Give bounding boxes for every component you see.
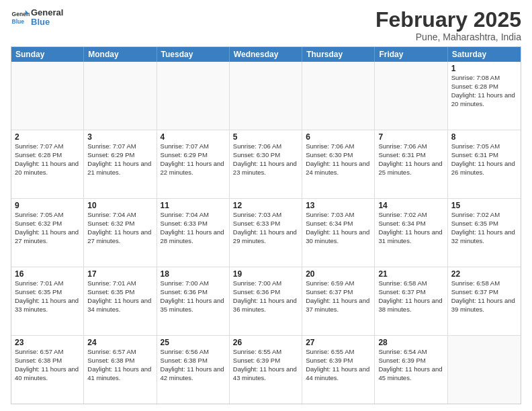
calendar-cell: 6Sunrise: 7:06 AM Sunset: 6:30 PM Daylig… <box>302 130 375 198</box>
day-number: 20 <box>306 269 371 279</box>
calendar-header-sunday: Sunday <box>11 47 84 62</box>
day-number: 5 <box>233 132 298 142</box>
calendar-cell: 9Sunrise: 7:05 AM Sunset: 6:32 PM Daylig… <box>11 199 84 267</box>
day-info: Sunrise: 7:04 AM Sunset: 6:32 PM Dayligh… <box>87 211 152 245</box>
calendar-week-3: 16Sunrise: 7:01 AM Sunset: 6:35 PM Dayli… <box>11 267 521 336</box>
calendar-cell <box>230 62 302 130</box>
calendar-week-1: 2Sunrise: 7:07 AM Sunset: 6:28 PM Daylig… <box>11 130 521 199</box>
calendar-cell <box>375 62 447 130</box>
day-number: 8 <box>451 132 517 142</box>
day-number: 18 <box>161 269 226 279</box>
calendar-cell: 11Sunrise: 7:04 AM Sunset: 6:33 PM Dayli… <box>157 199 230 267</box>
day-number: 19 <box>233 269 298 279</box>
day-info: Sunrise: 7:06 AM Sunset: 6:31 PM Dayligh… <box>378 142 443 177</box>
day-info: Sunrise: 6:58 AM Sunset: 6:37 PM Dayligh… <box>378 279 443 314</box>
day-info: Sunrise: 7:06 AM Sunset: 6:30 PM Dayligh… <box>233 142 298 177</box>
calendar-cell <box>84 62 157 130</box>
calendar-cell: 27Sunrise: 6:55 AM Sunset: 6:39 PM Dayli… <box>302 336 375 404</box>
calendar-cell: 16Sunrise: 7:01 AM Sunset: 6:35 PM Dayli… <box>11 267 84 335</box>
calendar-subtitle: Pune, Maharashtra, India <box>375 32 521 42</box>
day-info: Sunrise: 6:55 AM Sunset: 6:39 PM Dayligh… <box>306 348 371 382</box>
day-number: 1 <box>451 64 517 73</box>
day-number: 11 <box>161 201 226 210</box>
day-number: 7 <box>378 132 443 142</box>
day-info: Sunrise: 7:02 AM Sunset: 6:35 PM Dayligh… <box>451 211 517 245</box>
day-info: Sunrise: 7:00 AM Sunset: 6:36 PM Dayligh… <box>233 279 298 314</box>
day-info: Sunrise: 7:05 AM Sunset: 6:32 PM Dayligh… <box>15 211 80 245</box>
day-number: 28 <box>378 338 443 347</box>
svg-text:Blue: Blue <box>12 18 25 25</box>
day-info: Sunrise: 6:57 AM Sunset: 6:38 PM Dayligh… <box>87 348 152 382</box>
day-info: Sunrise: 6:58 AM Sunset: 6:37 PM Dayligh… <box>451 279 517 314</box>
calendar-cell: 12Sunrise: 7:03 AM Sunset: 6:33 PM Dayli… <box>230 199 302 267</box>
calendar-header-saturday: Saturday <box>448 47 521 62</box>
calendar-body: 1Sunrise: 7:08 AM Sunset: 6:28 PM Daylig… <box>11 62 521 404</box>
day-number: 26 <box>233 338 298 347</box>
day-number: 21 <box>378 269 443 279</box>
calendar-title: February 2025 <box>375 8 521 32</box>
calendar-cell: 15Sunrise: 7:02 AM Sunset: 6:35 PM Dayli… <box>448 199 521 267</box>
calendar-header-thursday: Thursday <box>302 47 375 62</box>
calendar-header-tuesday: Tuesday <box>157 47 230 62</box>
day-number: 15 <box>451 201 517 210</box>
day-info: Sunrise: 7:03 AM Sunset: 6:34 PM Dayligh… <box>306 211 371 245</box>
day-info: Sunrise: 6:56 AM Sunset: 6:38 PM Dayligh… <box>161 348 226 382</box>
day-info: Sunrise: 7:08 AM Sunset: 6:28 PM Dayligh… <box>451 74 517 108</box>
calendar-cell: 17Sunrise: 7:01 AM Sunset: 6:35 PM Dayli… <box>84 267 157 335</box>
calendar-cell: 23Sunrise: 6:57 AM Sunset: 6:38 PM Dayli… <box>11 336 84 404</box>
day-info: Sunrise: 6:59 AM Sunset: 6:37 PM Dayligh… <box>306 279 371 314</box>
day-info: Sunrise: 7:03 AM Sunset: 6:33 PM Dayligh… <box>233 211 298 245</box>
day-info: Sunrise: 7:07 AM Sunset: 6:28 PM Dayligh… <box>15 142 80 177</box>
day-info: Sunrise: 6:54 AM Sunset: 6:39 PM Dayligh… <box>378 348 443 382</box>
calendar-cell: 2Sunrise: 7:07 AM Sunset: 6:28 PM Daylig… <box>11 130 84 198</box>
day-number: 12 <box>233 201 298 210</box>
day-number: 24 <box>87 338 152 347</box>
day-number: 6 <box>306 132 371 142</box>
calendar-cell: 18Sunrise: 7:00 AM Sunset: 6:36 PM Dayli… <box>157 267 230 335</box>
calendar-cell: 25Sunrise: 6:56 AM Sunset: 6:38 PM Dayli… <box>157 336 230 404</box>
calendar-cell: 19Sunrise: 7:00 AM Sunset: 6:36 PM Dayli… <box>230 267 302 335</box>
logo-text-blue: Blue <box>31 17 63 27</box>
day-info: Sunrise: 7:07 AM Sunset: 6:29 PM Dayligh… <box>87 142 152 177</box>
calendar-header-wednesday: Wednesday <box>230 47 302 62</box>
day-number: 2 <box>15 132 80 142</box>
day-info: Sunrise: 7:01 AM Sunset: 6:35 PM Dayligh… <box>15 279 80 314</box>
day-info: Sunrise: 6:55 AM Sunset: 6:39 PM Dayligh… <box>233 348 298 382</box>
calendar-cell: 20Sunrise: 6:59 AM Sunset: 6:37 PM Dayli… <box>302 267 375 335</box>
day-number: 9 <box>15 201 80 210</box>
calendar-cell <box>448 336 521 404</box>
calendar-cell: 8Sunrise: 7:05 AM Sunset: 6:31 PM Daylig… <box>448 130 521 198</box>
day-info: Sunrise: 7:06 AM Sunset: 6:30 PM Dayligh… <box>306 142 371 177</box>
day-info: Sunrise: 7:07 AM Sunset: 6:29 PM Dayligh… <box>161 142 226 177</box>
calendar-cell: 4Sunrise: 7:07 AM Sunset: 6:29 PM Daylig… <box>157 130 230 198</box>
day-number: 10 <box>87 201 152 210</box>
logo-icon: General Blue <box>11 8 30 27</box>
calendar-header-monday: Monday <box>84 47 157 62</box>
calendar-cell <box>11 62 84 130</box>
calendar-cell: 26Sunrise: 6:55 AM Sunset: 6:39 PM Dayli… <box>230 336 302 404</box>
calendar-cell: 1Sunrise: 7:08 AM Sunset: 6:28 PM Daylig… <box>448 62 521 130</box>
day-number: 27 <box>306 338 371 347</box>
day-number: 25 <box>161 338 226 347</box>
logo-text-general: General <box>31 8 63 17</box>
logo: General Blue General Blue <box>11 8 63 28</box>
day-number: 3 <box>87 132 152 142</box>
day-number: 4 <box>161 132 226 142</box>
day-info: Sunrise: 7:04 AM Sunset: 6:33 PM Dayligh… <box>161 211 226 245</box>
calendar-week-2: 9Sunrise: 7:05 AM Sunset: 6:32 PM Daylig… <box>11 199 521 267</box>
calendar: SundayMondayTuesdayWednesdayThursdayFrid… <box>11 46 521 404</box>
calendar-cell: 13Sunrise: 7:03 AM Sunset: 6:34 PM Dayli… <box>302 199 375 267</box>
calendar-cell: 21Sunrise: 6:58 AM Sunset: 6:37 PM Dayli… <box>375 267 447 335</box>
day-info: Sunrise: 7:02 AM Sunset: 6:34 PM Dayligh… <box>378 211 443 245</box>
calendar-cell: 3Sunrise: 7:07 AM Sunset: 6:29 PM Daylig… <box>84 130 157 198</box>
day-number: 23 <box>15 338 80 347</box>
calendar-cell <box>157 62 230 130</box>
day-number: 22 <box>451 269 517 279</box>
calendar-cell: 22Sunrise: 6:58 AM Sunset: 6:37 PM Dayli… <box>448 267 521 335</box>
calendar-header-friday: Friday <box>375 47 447 62</box>
calendar-cell: 24Sunrise: 6:57 AM Sunset: 6:38 PM Dayli… <box>84 336 157 404</box>
calendar-cell: 14Sunrise: 7:02 AM Sunset: 6:34 PM Dayli… <box>375 199 447 267</box>
calendar-cell: 5Sunrise: 7:06 AM Sunset: 6:30 PM Daylig… <box>230 130 302 198</box>
calendar-cell: 10Sunrise: 7:04 AM Sunset: 6:32 PM Dayli… <box>84 199 157 267</box>
calendar-cell <box>302 62 375 130</box>
